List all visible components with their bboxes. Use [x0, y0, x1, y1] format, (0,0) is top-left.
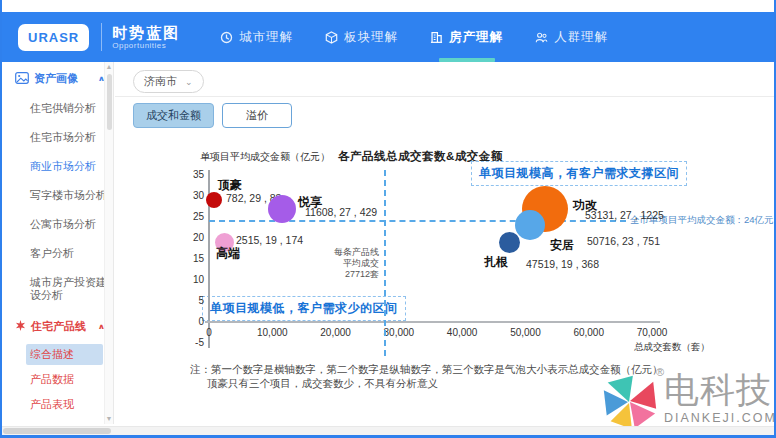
property-icon: [430, 31, 443, 44]
nav-item-label: 房产理解: [449, 29, 503, 46]
sparkle-icon: [15, 320, 26, 333]
sidebar-scrollbar[interactable]: ▲ ▼: [104, 62, 113, 424]
image-icon: [15, 72, 29, 86]
nav-item-label: 人群理解: [554, 29, 608, 46]
divider: [101, 23, 102, 51]
sidebar-section-title: 资产画像: [34, 71, 78, 86]
page-subtitle: Opportunities: [112, 41, 180, 50]
nav-item[interactable]: 板块理解: [309, 12, 414, 62]
crowd-icon: [535, 31, 548, 44]
sidebar-item[interactable]: 写字楼市场分析: [2, 181, 113, 210]
sidebar-menu: 资产画像∧住宅供销分析住宅市场分析商业市场分析写字楼市场分析公寓市场分析客户分析…: [2, 62, 113, 424]
sidebar-item[interactable]: 产品数据: [2, 367, 113, 392]
app-header: URASR 时势蓝图 Opportunities 城市理解板块理解房产理解人群理…: [2, 12, 774, 62]
chart-bubble[interactable]: [268, 195, 296, 223]
nav-item[interactable]: 城市理解: [204, 12, 309, 62]
nav-item-label: 板块理解: [344, 29, 398, 46]
chart-bubble[interactable]: [215, 233, 234, 252]
sidebar-item[interactable]: 综合描述: [26, 344, 103, 365]
company-logo: URASR: [18, 24, 89, 51]
sidebar-section-header[interactable]: 投资优选∧: [2, 417, 113, 424]
sidebar-item[interactable]: 产品表现: [2, 392, 113, 417]
chevron-down-icon: ⌄: [185, 77, 193, 87]
page-title: 时势蓝图: [112, 24, 180, 41]
sidebar-section-header[interactable]: 住宅产品线∧: [2, 310, 113, 342]
app-window: URASR 时势蓝图 Opportunities 城市理解板块理解房产理解人群理…: [0, 0, 776, 438]
chevron-down-icon[interactable]: ▼: [105, 414, 113, 424]
scrollbar-thumb[interactable]: [107, 74, 112, 130]
chart-bubble[interactable]: [499, 232, 520, 253]
nav-item-label: 城市理解: [239, 29, 293, 46]
horizontal-scrollbar[interactable]: [2, 426, 774, 435]
chevron-up-icon[interactable]: ▲: [105, 62, 113, 72]
city-dropdown[interactable]: 济南市 ⌄: [133, 70, 204, 93]
nav-item[interactable]: 人群理解: [519, 12, 624, 62]
divider: [115, 96, 774, 97]
top-nav: 城市理解板块理解房产理解人群理解: [204, 12, 624, 62]
metric-toggle-group: 成交和金额溢价: [133, 103, 292, 128]
top-white-strip: [2, 0, 774, 12]
sidebar-item[interactable]: 公寓市场分析: [2, 210, 113, 239]
sidebar: 资产画像∧住宅供销分析住宅市场分析商业市场分析写字楼市场分析公寓市场分析客户分析…: [2, 62, 114, 424]
metric-toggle-button[interactable]: 成交和金额: [133, 103, 214, 128]
scrollbar-thumb[interactable]: [3, 428, 111, 434]
block-icon: [325, 31, 338, 44]
city-icon: [220, 31, 233, 44]
metric-toggle-button[interactable]: 溢价: [222, 103, 292, 128]
sidebar-section-title: 住宅产品线: [31, 319, 86, 334]
sidebar-item[interactable]: 客户分析: [2, 239, 113, 268]
sidebar-item[interactable]: 住宅市场分析: [2, 123, 113, 152]
nav-item[interactable]: 房产理解: [414, 12, 519, 62]
product-brand: 时势蓝图 Opportunities: [112, 24, 180, 50]
sidebar-item[interactable]: 住宅供销分析: [2, 94, 113, 123]
main-content: 济南市 ⌄ 成交和金额溢价: [115, 62, 774, 424]
sidebar-item[interactable]: 城市房产投资建设分析: [2, 268, 113, 310]
city-dropdown-value: 济南市: [144, 74, 177, 89]
sidebar-section-header[interactable]: 资产画像∧: [2, 62, 113, 94]
sidebar-item[interactable]: 商业市场分析: [2, 152, 113, 181]
